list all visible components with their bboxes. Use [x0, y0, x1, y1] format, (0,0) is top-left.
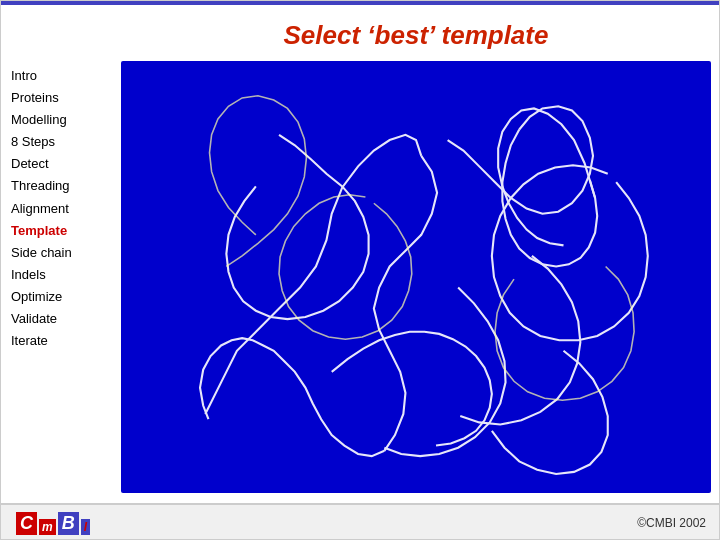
sidebar-item-alignment[interactable]: Alignment: [11, 198, 121, 220]
sidebar-item-template[interactable]: Template: [11, 220, 121, 242]
protein-structure-svg: [121, 61, 711, 493]
logo-b: B: [58, 512, 79, 535]
slide-container: IntroProteinsModelling8 StepsDetectThrea…: [1, 1, 720, 540]
logo-c: C: [16, 512, 37, 535]
sidebar-item-detect[interactable]: Detect: [11, 153, 121, 175]
sidebar-item-threading[interactable]: Threading: [11, 175, 121, 197]
logo-m: m: [39, 519, 56, 535]
copyright: ©CMBI 2002: [637, 516, 706, 530]
slide-title: Select ‘best’ template: [121, 15, 711, 51]
sidebar-item-intro[interactable]: Intro: [11, 65, 121, 87]
sidebar-item-iterate[interactable]: Iterate: [11, 330, 121, 352]
sidebar-item-indels[interactable]: Indels: [11, 264, 121, 286]
sidebar-item-validate[interactable]: Validate: [11, 308, 121, 330]
sidebar-item-8-steps[interactable]: 8 Steps: [11, 131, 121, 153]
logo-i: I: [81, 519, 90, 535]
sidebar: IntroProteinsModelling8 StepsDetectThrea…: [11, 15, 121, 493]
main-area: Select ‘best’ template: [121, 15, 711, 493]
logo-area: C m B I: [16, 512, 90, 535]
content-area: IntroProteinsModelling8 StepsDetectThrea…: [1, 5, 720, 503]
bottom-bar: C m B I ©CMBI 2002: [1, 503, 720, 540]
sidebar-item-modelling[interactable]: Modelling: [11, 109, 121, 131]
sidebar-item-proteins[interactable]: Proteins: [11, 87, 121, 109]
protein-image-area: [121, 61, 711, 493]
sidebar-item-side-chain[interactable]: Side chain: [11, 242, 121, 264]
sidebar-item-optimize[interactable]: Optimize: [11, 286, 121, 308]
